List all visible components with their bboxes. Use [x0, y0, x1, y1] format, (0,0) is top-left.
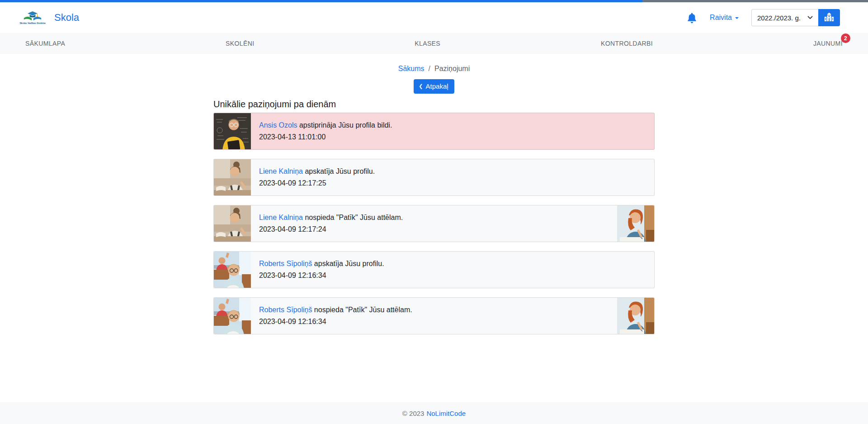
- notification-action: nospieda "Patīk" Jūsu attēlam.: [305, 214, 403, 221]
- notification-timestamp: 2023-04-09 12:16:34: [259, 270, 384, 281]
- notification-action: apstiprināja Jūsu profila bildi.: [299, 121, 392, 129]
- notification-action: apskatīja Jūsu profilu.: [314, 260, 384, 267]
- user-profile-link[interactable]: Liene Kalniņa: [259, 214, 303, 221]
- girl-desk-avatar-image: [214, 159, 251, 195]
- notification-timestamp: 2023-04-13 11:01:00: [259, 131, 392, 143]
- boy-classroom-avatar-image: [214, 298, 251, 334]
- main-content: Sākums / Paziņojumi ❮ Atpakaļ Unikālie p…: [0, 54, 868, 402]
- caret-down-icon: [735, 17, 739, 19]
- app-title: Skola: [54, 12, 79, 24]
- teacher-blackboard-avatar-image: [214, 113, 251, 149]
- nav-item-jaunumi-label: JAUNUMI: [813, 40, 843, 47]
- bell-icon[interactable]: [687, 12, 697, 24]
- user-menu-dropdown[interactable]: Raivita: [710, 14, 739, 22]
- notification-text: Liene Kalniņa nospieda "Patīk" Jūsu attē…: [251, 205, 403, 242]
- nav-item-kontroldarbi[interactable]: KONTROLDARBI: [601, 40, 653, 47]
- school-building-icon: [824, 13, 834, 23]
- school-year-select[interactable]: 2022./2023. g.: [751, 9, 818, 26]
- breadcrumb: Sākums / Paziņojumi: [0, 65, 868, 73]
- notification-item: Roberts Sīpoliņš apskatīja Jūsu profilu.…: [213, 251, 655, 288]
- girl-desk-avatar-image: [214, 205, 251, 242]
- notification-timestamp: 2023-04-09 12:16:34: [259, 316, 412, 328]
- company-link[interactable]: NoLimitCode: [426, 410, 466, 417]
- nav-item-jaunumi[interactable]: JAUNUMI 2: [813, 40, 843, 47]
- user-profile-link[interactable]: Roberts Sīpoliņš: [259, 260, 312, 267]
- notification-text: Liene Kalniņa apskatīja Jūsu profilu.202…: [251, 159, 375, 195]
- notification-action: apskatīja Jūsu profilu.: [305, 167, 375, 175]
- boy-classroom-avatar-image: [214, 252, 251, 288]
- breadcrumb-current: Paziņojumi: [434, 65, 470, 73]
- nav-item-klases[interactable]: KLASES: [415, 40, 440, 47]
- back-button-label: Atpakaļ: [426, 82, 448, 90]
- notification-text: Roberts Sīpoliņš nospieda "Patīk" Jūsu a…: [251, 298, 412, 334]
- notification-list: Ansis Ozols apstiprināja Jūsu profila bi…: [213, 113, 655, 334]
- brand-link[interactable]: Skolas Vadības Sistēma Skola: [20, 11, 79, 24]
- user-profile-link[interactable]: Roberts Sīpoliņš: [259, 306, 312, 314]
- girl-reading-image: [617, 298, 654, 334]
- page-loading-bar-fill: [0, 0, 642, 2]
- header-actions: Raivita 2022./2023. g.: [687, 9, 840, 26]
- notification-item: Liene Kalniņa nospieda "Patīk" Jūsu attē…: [213, 205, 655, 242]
- breadcrumb-separator: /: [429, 65, 430, 73]
- notification-action: nospieda "Patīk" Jūsu attēlam.: [314, 306, 412, 314]
- logo-caption: Skolas Vadības Sistēma: [20, 22, 46, 24]
- notification-timestamp: 2023-04-09 12:17:24: [259, 224, 403, 235]
- school-button[interactable]: [818, 9, 840, 26]
- footer: © 2023 NoLimitCode: [0, 402, 868, 424]
- notifications-section: Unikālie paziņojumi pa dienām Ansis Ozol…: [213, 99, 655, 334]
- notification-timestamp: 2023-04-09 12:17:25: [259, 177, 375, 189]
- notification-text: Ansis Ozols apstiprināja Jūsu profila bi…: [251, 113, 392, 149]
- notification-text: Roberts Sīpoliņš apskatīja Jūsu profilu.…: [251, 252, 384, 288]
- page-loading-bar: [0, 0, 868, 2]
- girl-reading-image: [617, 205, 654, 242]
- notification-item: Ansis Ozols apstiprināja Jūsu profila bi…: [213, 113, 655, 150]
- nav-item-skoleni[interactable]: SKOLĒNI: [226, 40, 255, 47]
- back-button[interactable]: ❮ Atpakaļ: [414, 79, 454, 94]
- user-profile-link[interactable]: Liene Kalniņa: [259, 167, 303, 175]
- page-title: Unikālie paziņojumi pa dienām: [213, 99, 655, 110]
- school-year-group: 2022./2023. g.: [751, 9, 840, 26]
- notification-item: Roberts Sīpoliņš nospieda "Patīk" Jūsu a…: [213, 297, 655, 334]
- school-year-value: 2022./2023. g.: [757, 14, 801, 22]
- main-nav: SĀKUMLAPA SKOLĒNI KLASES KONTROLDARBI JA…: [0, 33, 868, 54]
- chevron-down-icon: [807, 16, 813, 19]
- breadcrumb-home-link[interactable]: Sākums: [398, 65, 425, 73]
- chevron-left-icon: ❮: [419, 84, 423, 89]
- unread-count-badge: 2: [841, 33, 850, 43]
- header: Skolas Vadības Sistēma Skola Raivita 202…: [0, 2, 868, 33]
- graduation-cap-book-logo-icon: Skolas Vadības Sistēma: [20, 11, 45, 24]
- user-profile-link[interactable]: Ansis Ozols: [259, 121, 297, 129]
- notification-item: Liene Kalniņa apskatīja Jūsu profilu.202…: [213, 159, 655, 196]
- user-name: Raivita: [710, 14, 732, 22]
- copyright-text: © 2023: [402, 410, 425, 417]
- nav-item-sakumlapa[interactable]: SĀKUMLAPA: [25, 40, 65, 47]
